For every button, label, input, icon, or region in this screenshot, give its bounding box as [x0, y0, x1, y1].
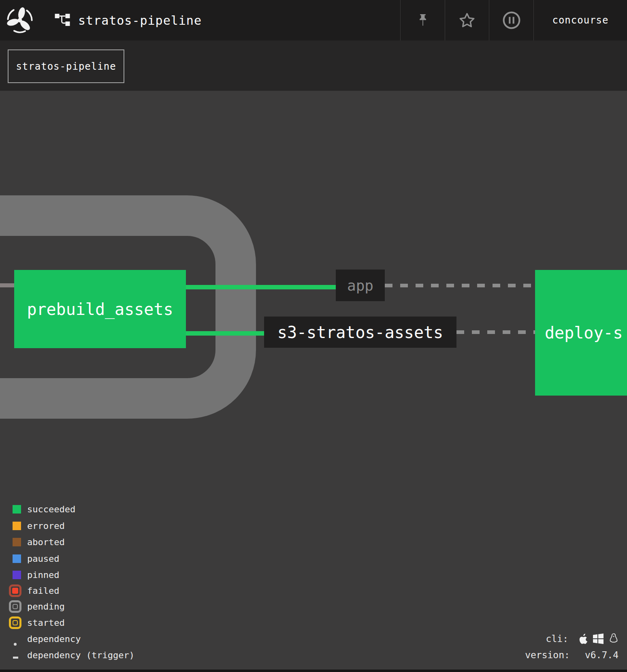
errored-swatch-icon [13, 522, 21, 530]
user-menu[interactable]: concourse [533, 0, 627, 41]
legend-item-succeeded: succeeded [4, 501, 75, 517]
legend-label: pending [27, 601, 65, 612]
version-info: version: v6.7.4 [525, 647, 618, 663]
version-value: v6.7.4 [585, 650, 618, 660]
pause-icon [502, 11, 521, 30]
resource-app-label: app [347, 277, 373, 294]
legend-label: aborted [27, 537, 65, 547]
group-filter-stratos-pipeline[interactable]: stratos-pipeline [8, 49, 124, 83]
legend-item-started: started [4, 614, 65, 631]
job-deploy-label: deploy-s [545, 323, 623, 342]
input-edge-left [0, 283, 14, 287]
failed-swatch-icon [9, 584, 21, 597]
pin-icon [417, 14, 429, 27]
legend-label: succeeded [27, 504, 75, 514]
legend-label: dependency (trigger) [27, 650, 134, 660]
started-swatch-icon [9, 616, 21, 629]
output-edge-to-s3 [186, 331, 264, 336]
dependency-edge-s3-to-deploy [456, 330, 535, 334]
legend-label: failed [27, 586, 59, 596]
legend-item-dependency: dependency [4, 631, 81, 647]
output-edge-to-app [186, 285, 336, 289]
legend-item-dependency-trigger: dependency (trigger) [4, 647, 134, 663]
legend-item-failed: failed [4, 582, 59, 599]
legend-item-pending: pending [4, 598, 65, 614]
job-prebuild-assets[interactable]: prebuild_assets [14, 270, 186, 348]
legend-label: started [27, 618, 65, 628]
legend-label: pinned [27, 570, 59, 580]
dependency-trigger-dash-icon [13, 657, 18, 659]
linux-cli-icon[interactable] [609, 633, 618, 644]
apple-cli-icon[interactable] [578, 633, 588, 644]
resource-s3-stratos-assets[interactable]: s3-stratos-assets [264, 317, 456, 348]
aborted-swatch-icon [13, 538, 21, 546]
job-deploy[interactable]: deploy-s [535, 270, 627, 396]
dependency-edge-app-to-deploy [385, 284, 535, 287]
pipeline-breadcrumb-icon [55, 13, 70, 26]
dependency-dot-icon [14, 643, 17, 646]
legend-label: errored [27, 521, 65, 531]
succeeded-swatch-icon [13, 505, 21, 514]
favorite-button[interactable] [445, 0, 489, 41]
legend-label: dependency [27, 634, 81, 644]
legend-item-errored: errored [4, 518, 65, 534]
job-prebuild-assets-label: prebuild_assets [27, 300, 173, 319]
groups-bar: stratos-pipeline [0, 41, 627, 91]
resource-app[interactable]: app [336, 270, 385, 301]
legend-item-paused: paused [4, 550, 59, 567]
concourse-logo-icon[interactable] [4, 4, 36, 36]
top-bar: stratos-pipeline [0, 0, 627, 41]
legend-label: paused [27, 554, 59, 564]
paused-swatch-icon [13, 554, 21, 563]
breadcrumb-pipeline-name[interactable]: stratos-pipeline [78, 0, 202, 41]
pin-button[interactable] [400, 0, 445, 41]
cli-label: cli: [546, 633, 568, 644]
resource-s3-label: s3-stratos-assets [277, 323, 443, 342]
legend-item-pinned: pinned [4, 567, 59, 583]
star-icon [459, 12, 476, 29]
concourse-pipeline-screen: stratos-pipeline [0, 0, 627, 672]
cli-downloads: cli: [546, 631, 618, 647]
pause-pipeline-button[interactable] [489, 0, 533, 41]
pending-swatch-icon [9, 600, 21, 613]
windows-cli-icon[interactable] [593, 633, 604, 644]
bottom-strip [0, 670, 627, 672]
version-label: version: [525, 650, 570, 660]
pinned-swatch-icon [13, 571, 21, 579]
legend-item-aborted: aborted [4, 534, 65, 550]
